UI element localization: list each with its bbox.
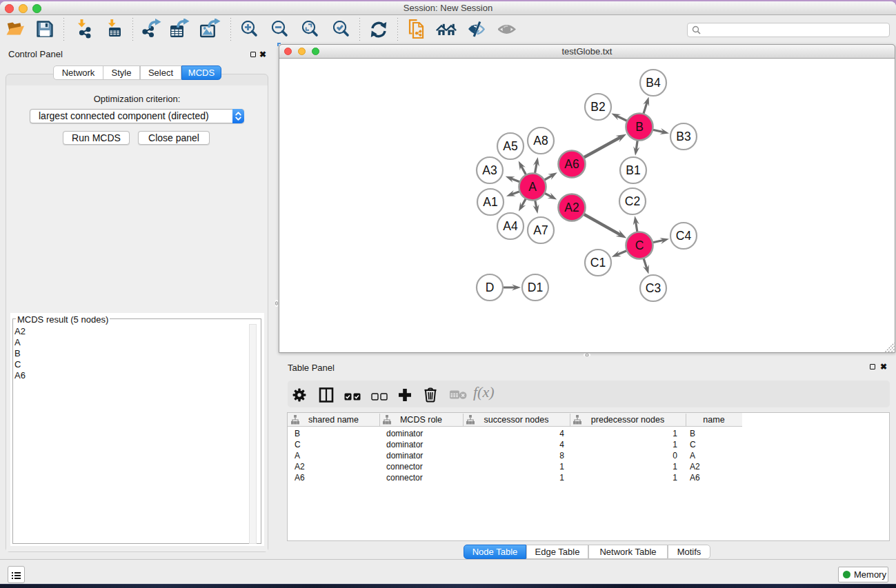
svg-text:C2: C2 (625, 194, 640, 208)
svg-text:A1: A1 (483, 195, 497, 209)
svg-text:B2: B2 (590, 100, 605, 114)
svg-text:A8: A8 (533, 134, 548, 148)
svg-text:A2: A2 (564, 201, 579, 214)
svg-text:B3: B3 (676, 130, 690, 143)
svg-text:A6: A6 (564, 157, 579, 171)
svg-text:D1: D1 (528, 281, 543, 294)
svg-text:A3: A3 (482, 163, 497, 177)
svg-text:C4: C4 (676, 229, 692, 243)
svg-text:B: B (635, 120, 644, 134)
svg-text:A: A (528, 180, 537, 194)
svg-text:A7: A7 (533, 223, 548, 237)
svg-text:B1: B1 (626, 163, 640, 177)
svg-text:D: D (486, 281, 495, 294)
svg-text:C1: C1 (590, 256, 606, 270)
svg-text:A4: A4 (503, 219, 518, 233)
svg-text:C3: C3 (646, 281, 661, 295)
svg-text:A5: A5 (503, 139, 517, 153)
svg-text:B4: B4 (646, 76, 661, 90)
svg-text:C: C (635, 239, 644, 252)
